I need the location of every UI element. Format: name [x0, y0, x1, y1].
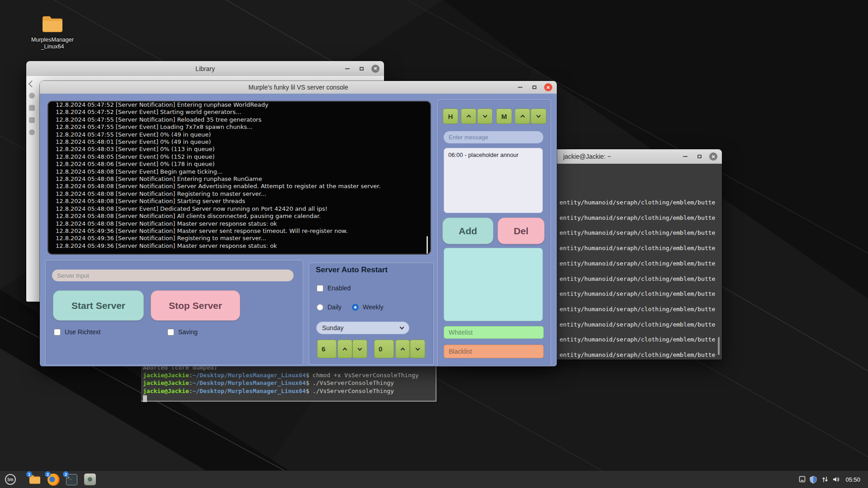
weekly-radio[interactable]: Weekly: [352, 303, 384, 311]
server-console-window[interactable]: Murple's funky lil VS server console 12.…: [40, 81, 557, 366]
sidebar-icon[interactable]: [29, 105, 35, 111]
sidebar-icon[interactable]: [29, 129, 35, 135]
day-dropdown[interactable]: Sunday: [316, 322, 409, 334]
main-window-titlebar[interactable]: Murple's funky lil VS server console: [40, 81, 557, 94]
app-icon: [84, 474, 96, 485]
start-server-button[interactable]: Start Server: [53, 290, 144, 321]
tray-network-icon[interactable]: [821, 476, 829, 485]
close-icon: [709, 152, 717, 161]
taskbar: lm 1 2 2 >_ 05:50: [0, 470, 868, 488]
prompt-user: jackie@Jackie: [143, 372, 189, 379]
minimize-button[interactable]: [680, 152, 691, 161]
command-text: chmod +x VsServerConsoleThingy: [313, 372, 419, 379]
console-log-line: 12.8.2024 05:48:08 [Server Notification]…: [56, 175, 426, 183]
console-log-line: 12.8.2024 05:48:08 [Server Event] Dedica…: [56, 205, 426, 213]
server-console-launcher[interactable]: [83, 473, 97, 486]
tray-volume-icon[interactable]: [832, 476, 840, 485]
console-log-line: 12.8.2024 05:48:05 [Server Event] 0% (15…: [56, 153, 426, 161]
terminal-output-line: entity/humanoid/seraph/clothing/emblem/b…: [560, 286, 716, 302]
server-input[interactable]: [52, 270, 294, 281]
announce-minute-label[interactable]: M: [496, 109, 512, 124]
console-log-line: 12.8.2024 05:48:03 [Server Event] 0% (11…: [56, 146, 426, 153]
mint-logo-icon: lm: [5, 474, 16, 485]
chevron-down-icon: [483, 114, 487, 118]
mint-menu-button[interactable]: lm: [4, 473, 17, 486]
console-log-line: 12.8.2024 05:48:08 [Server Notification]…: [56, 190, 426, 198]
chevron-down-icon: [415, 346, 420, 351]
announce-hour-up-button[interactable]: [461, 109, 476, 124]
auto-restart-enabled-checkbox[interactable]: Enabled: [317, 284, 351, 292]
close-button[interactable]: [543, 82, 554, 92]
chevron-down-icon: [536, 114, 541, 118]
main-window-title: Murple's funky lil VS server console: [248, 84, 348, 91]
folder-icon: [42, 15, 63, 33]
restart-hour-up-button[interactable]: [337, 340, 352, 358]
announcement-item[interactable]: 06:00 - placeholder annour: [444, 148, 542, 158]
console-log-line: 12.8.2024 05:48:08 [Server Notification]…: [56, 183, 426, 190]
announce-hour-down-button[interactable]: [477, 109, 493, 124]
checkbox-icon: [54, 329, 61, 336]
chevron-up-icon: [466, 115, 471, 119]
terminal-window-bottom[interactable]: Aborted (core dumped) jackie@Jackie:~/De…: [141, 363, 436, 402]
restart-minute-up-button[interactable]: [395, 340, 410, 358]
blacklist-button[interactable]: Blacklist: [444, 345, 544, 358]
checkbox-label: Enabled: [327, 284, 351, 292]
terminal-output-line: entity/humanoid/seraph/clothing/emblem/b…: [560, 241, 716, 256]
scrollbar-thumb[interactable]: [427, 236, 428, 254]
close-icon: [371, 65, 379, 73]
announce-minute-up-button[interactable]: [515, 109, 530, 124]
desktop-icon-murplesmanager[interactable]: MurplesManager _Linux64: [28, 15, 76, 50]
maximize-button[interactable]: [694, 152, 705, 161]
radio-label: Weekly: [363, 303, 384, 311]
close-button[interactable]: [708, 152, 719, 161]
player-list[interactable]: [444, 248, 543, 321]
sidebar-icon[interactable]: [29, 93, 35, 99]
console-log-line: 12.8.2024 05:49:36 [Server Notification]…: [56, 235, 426, 242]
window-count-badge: 2: [45, 471, 51, 477]
console-log-line: 12.8.2024 05:47:55 [Server Event] Loadin…: [56, 123, 426, 131]
sidebar-icon[interactable]: [29, 117, 35, 123]
restart-minute-down-button[interactable]: [410, 340, 425, 358]
minimize-button[interactable]: [342, 64, 353, 74]
restart-hour-down-button[interactable]: [352, 340, 367, 358]
add-button[interactable]: Add: [442, 218, 493, 244]
saving-checkbox[interactable]: Saving: [167, 328, 198, 336]
announcements-list[interactable]: 06:00 - placeholder annour: [444, 148, 543, 213]
maximize-button[interactable]: [529, 82, 540, 92]
del-button[interactable]: Del: [498, 218, 545, 244]
terminal-command-line: jackie@Jackie:~/Desktop/MurplesManager_L…: [143, 387, 436, 395]
firefox-launcher[interactable]: 2: [47, 473, 60, 486]
announce-hour-label[interactable]: H: [443, 109, 458, 124]
restart-minute-value[interactable]: 0: [374, 340, 394, 358]
terminal-output-line: entity/humanoid/seraph/clothing/emblem/b…: [560, 302, 716, 317]
console-log-line: 12.8.2024 05:48:08 [Server Notification]…: [56, 198, 426, 205]
terminal-command-line: jackie@Jackie:~/Desktop/MurplesManager_L…: [143, 379, 436, 387]
console-log-line: 12.8.2024 05:47:55 [Server Notification]…: [56, 116, 426, 123]
terminal-cursor: [143, 395, 147, 402]
announce-minute-down-button[interactable]: [531, 109, 546, 124]
stop-server-button[interactable]: Stop Server: [151, 290, 240, 321]
whitelist-button[interactable]: Whitelist: [444, 326, 544, 339]
terminal-launcher[interactable]: 2 >_: [65, 473, 78, 486]
scrollbar-thumb[interactable]: [718, 337, 720, 355]
file-manager-launcher[interactable]: 1: [28, 473, 42, 486]
maximize-button[interactable]: [356, 64, 367, 74]
terminal-output-line: entity/humanoid/seraph/clothing/emblem/b…: [560, 317, 716, 332]
chevron-down-icon: [400, 325, 404, 330]
back-arrow-icon[interactable]: [28, 81, 36, 88]
use-richtext-checkbox[interactable]: Use Richtext: [54, 328, 100, 336]
message-input[interactable]: [444, 131, 543, 143]
library-window-titlebar[interactable]: Library: [26, 61, 384, 76]
tray-firewall-shield-icon[interactable]: [810, 476, 817, 485]
tray-display-icon[interactable]: [799, 476, 806, 484]
taskbar-clock[interactable]: 05:50: [845, 471, 860, 488]
restart-hour-value[interactable]: 6: [317, 340, 337, 358]
daily-radio[interactable]: Daily: [317, 303, 342, 311]
close-button[interactable]: [370, 64, 381, 74]
checkbox-icon: [167, 329, 174, 336]
minimize-button[interactable]: [515, 82, 526, 92]
terminal-command-line: jackie@Jackie:~/Desktop/MurplesManager_L…: [143, 371, 436, 379]
console-log-line: 12.8.2024 05:48:08 [Server Event] Begin …: [56, 168, 426, 175]
console-log-line: 12.8.2024 05:47:55 [Server Event] 0% (49…: [56, 131, 426, 138]
auto-restart-title: Server Auto Restart: [316, 265, 388, 275]
